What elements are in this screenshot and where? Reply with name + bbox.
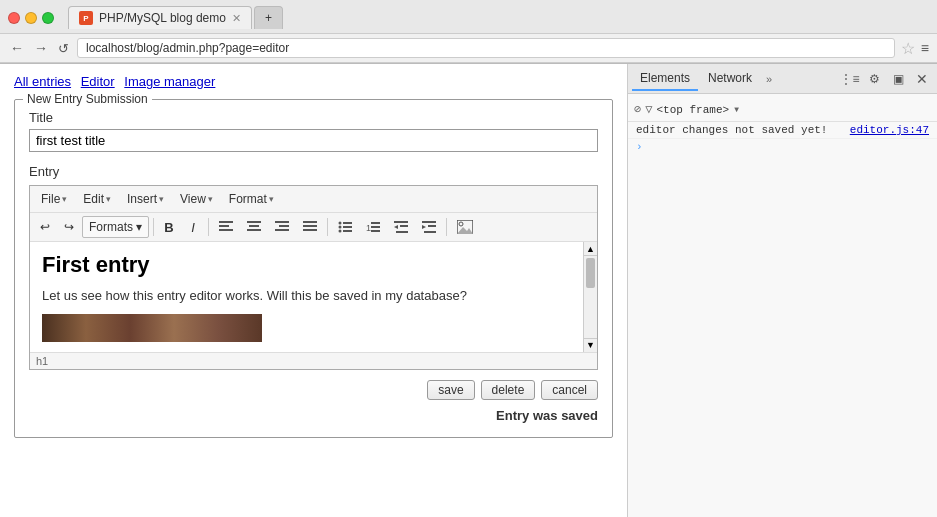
svg-rect-22 <box>394 221 408 223</box>
editor-statusbar: h1 <box>30 352 597 369</box>
editor-content-area[interactable]: First entry Let us see how this entry ed… <box>30 242 583 352</box>
svg-rect-15 <box>343 226 352 228</box>
minimize-button[interactable] <box>25 12 37 24</box>
new-tab-button[interactable]: + <box>254 6 283 29</box>
svg-rect-17 <box>343 230 352 232</box>
format-menu[interactable]: Format ▾ <box>222 189 281 209</box>
entry-form: New Entry Submission Title Entry File ▾ … <box>14 99 613 438</box>
devtools-dock-button[interactable]: ▣ <box>887 68 909 90</box>
editor-link[interactable]: Editor <box>81 74 115 89</box>
image-button[interactable] <box>451 216 479 238</box>
formats-dropdown[interactable]: Formats ▾ <box>82 216 149 238</box>
devtools-elements-tab[interactable]: Elements <box>632 67 698 91</box>
svg-rect-28 <box>428 225 436 227</box>
svg-rect-24 <box>400 225 408 227</box>
svg-point-14 <box>339 226 342 229</box>
formats-arrow-icon: ▾ <box>136 220 142 234</box>
outdent-button[interactable] <box>388 216 414 238</box>
svg-rect-8 <box>275 229 289 231</box>
svg-marker-32 <box>457 227 473 234</box>
devtools-inspect-button[interactable]: ⋮≡ <box>839 68 861 90</box>
svg-point-31 <box>459 222 463 226</box>
devtools-settings-button[interactable]: ⚙ <box>863 68 885 90</box>
form-legend: New Entry Submission <box>23 92 152 106</box>
toolbar-separator2 <box>208 218 209 236</box>
tab-bar: P PHP/MySQL blog demo ✕ + <box>60 6 291 29</box>
svg-rect-1 <box>219 225 229 227</box>
rich-text-editor: File ▾ Edit ▾ Insert ▾ View ▾ <box>29 185 598 370</box>
scroll-up-button[interactable]: ▲ <box>584 242 597 256</box>
title-input[interactable] <box>29 129 598 152</box>
bookmark-icon[interactable]: ☆ <box>901 39 915 58</box>
file-arrow-icon: ▾ <box>62 194 67 204</box>
svg-rect-4 <box>249 225 259 227</box>
bold-button[interactable]: B <box>158 216 180 238</box>
indent-button[interactable] <box>416 216 442 238</box>
entry-body: Let us see how this entry editor works. … <box>42 286 571 306</box>
close-button[interactable] <box>8 12 20 24</box>
maximize-button[interactable] <box>42 12 54 24</box>
url-bar[interactable] <box>77 38 895 58</box>
reload-button[interactable]: ↺ <box>56 41 71 56</box>
file-menu[interactable]: File ▾ <box>34 189 74 209</box>
devtools-expand-icon[interactable]: ▾ <box>733 102 740 117</box>
scroll-thumb[interactable] <box>586 258 595 288</box>
svg-point-16 <box>339 230 342 233</box>
entry-image <box>42 314 262 342</box>
scroll-down-button[interactable]: ▼ <box>584 338 597 352</box>
svg-rect-10 <box>303 225 317 227</box>
redo-button[interactable]: ↪ <box>58 216 80 238</box>
editor-status-tag: h1 <box>36 355 48 367</box>
align-justify-button[interactable] <box>297 216 323 238</box>
page-content: All entries Editor Image manager New Ent… <box>0 64 627 517</box>
cancel-button[interactable]: cancel <box>541 380 598 400</box>
devtools-panel: Elements Network » ⋮≡ ⚙ ▣ ✕ ⊘ ▽ <top fra… <box>627 64 937 517</box>
svg-marker-23 <box>394 225 398 229</box>
align-left-button[interactable] <box>213 216 239 238</box>
edit-menu[interactable]: Edit ▾ <box>76 189 118 209</box>
tab-close-icon[interactable]: ✕ <box>232 12 241 25</box>
devtools-block-icon[interactable]: ⊘ <box>634 102 641 117</box>
forward-button[interactable]: → <box>32 40 50 56</box>
devtools-content: ⊘ ▽ <top frame> ▾ editor changes not sav… <box>628 94 937 517</box>
svg-rect-7 <box>279 225 289 227</box>
active-tab[interactable]: P PHP/MySQL blog demo ✕ <box>68 6 252 29</box>
unordered-list-button[interactable] <box>332 216 358 238</box>
svg-rect-0 <box>219 221 233 223</box>
console-message: editor changes not saved yet! <box>636 124 827 136</box>
svg-rect-9 <box>303 221 317 223</box>
devtools-more-icon[interactable]: » <box>762 69 776 89</box>
devtools-filter-icon[interactable]: ▽ <box>645 102 652 117</box>
view-menu[interactable]: View ▾ <box>173 189 220 209</box>
insert-menu[interactable]: Insert ▾ <box>120 189 171 209</box>
save-message: Entry was saved <box>29 408 598 423</box>
menu-icon[interactable]: ≡ <box>921 40 929 56</box>
edit-arrow-icon: ▾ <box>106 194 111 204</box>
entry-label: Entry <box>29 164 598 179</box>
console-file-link[interactable]: editor.js:47 <box>850 124 929 136</box>
form-actions: save delete cancel <box>29 380 598 400</box>
back-button[interactable]: ← <box>8 40 26 56</box>
svg-rect-13 <box>343 222 352 224</box>
devtools-frame-selector[interactable]: <top frame> <box>656 104 729 116</box>
editor-main: First entry Let us see how this entry ed… <box>30 242 583 352</box>
devtools-close-button[interactable]: ✕ <box>911 68 933 90</box>
italic-button[interactable]: I <box>182 216 204 238</box>
tab-title: PHP/MySQL blog demo <box>99 11 226 25</box>
svg-rect-21 <box>371 230 380 232</box>
all-entries-link[interactable]: All entries <box>14 74 71 89</box>
insert-arrow-icon: ▾ <box>159 194 164 204</box>
undo-button[interactable]: ↩ <box>34 216 56 238</box>
align-right-button[interactable] <box>269 216 295 238</box>
editor-scrollbar[interactable]: ▲ ▼ <box>583 242 597 352</box>
align-center-button[interactable] <box>241 216 267 238</box>
ordered-list-button[interactable]: 1. <box>360 216 386 238</box>
title-label: Title <box>29 110 598 125</box>
devtools-network-tab[interactable]: Network <box>700 67 760 91</box>
image-manager-link[interactable]: Image manager <box>124 74 215 89</box>
save-button[interactable]: save <box>427 380 474 400</box>
delete-button[interactable]: delete <box>481 380 536 400</box>
devtools-header: Elements Network » ⋮≡ ⚙ ▣ ✕ <box>628 64 937 94</box>
svg-rect-19 <box>371 222 380 224</box>
console-arrow-indicator[interactable]: › <box>628 139 937 155</box>
